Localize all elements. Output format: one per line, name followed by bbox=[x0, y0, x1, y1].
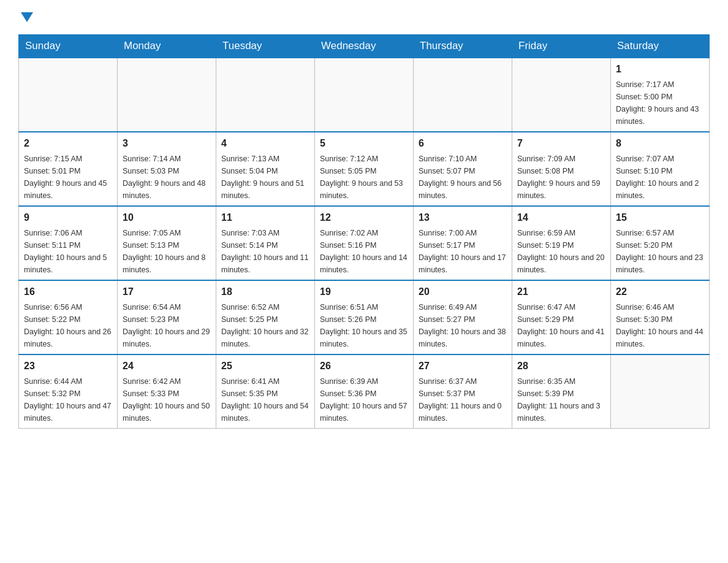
day-number: 3 bbox=[123, 136, 211, 151]
day-info: Sunrise: 7:05 AMSunset: 5:13 PMDaylight:… bbox=[123, 227, 211, 276]
day-number: 27 bbox=[419, 359, 507, 373]
calendar-cell: 24Sunrise: 6:42 AMSunset: 5:33 PMDayligh… bbox=[118, 354, 216, 429]
calendar-cell: 4Sunrise: 7:13 AMSunset: 5:04 PMDaylight… bbox=[216, 132, 315, 206]
day-number: 21 bbox=[517, 285, 605, 299]
calendar-cell bbox=[414, 58, 512, 132]
day-number: 2 bbox=[24, 136, 112, 151]
calendar-cell: 28Sunrise: 6:35 AMSunset: 5:39 PMDayligh… bbox=[512, 354, 611, 429]
calendar-header-monday: Monday bbox=[118, 35, 216, 58]
day-info: Sunrise: 6:52 AMSunset: 5:25 PMDaylight:… bbox=[221, 301, 309, 350]
calendar-cell: 16Sunrise: 6:56 AMSunset: 5:22 PMDayligh… bbox=[19, 280, 118, 354]
day-info: Sunrise: 6:56 AMSunset: 5:22 PMDaylight:… bbox=[24, 301, 112, 350]
calendar-cell: 15Sunrise: 6:57 AMSunset: 5:20 PMDayligh… bbox=[611, 206, 710, 280]
day-info: Sunrise: 6:37 AMSunset: 5:37 PMDaylight:… bbox=[419, 375, 507, 424]
day-number: 25 bbox=[221, 359, 309, 373]
day-info: Sunrise: 7:10 AMSunset: 5:07 PMDaylight:… bbox=[419, 153, 507, 202]
calendar-week-row: 2Sunrise: 7:15 AMSunset: 5:01 PMDaylight… bbox=[19, 132, 710, 206]
day-info: Sunrise: 7:09 AMSunset: 5:08 PMDaylight:… bbox=[517, 153, 605, 202]
day-number: 7 bbox=[517, 136, 605, 151]
calendar-cell: 21Sunrise: 6:47 AMSunset: 5:29 PMDayligh… bbox=[512, 280, 611, 354]
day-info: Sunrise: 6:57 AMSunset: 5:20 PMDaylight:… bbox=[616, 227, 704, 276]
calendar-cell bbox=[512, 58, 611, 132]
day-number: 13 bbox=[419, 210, 507, 225]
calendar-header-friday: Friday bbox=[512, 35, 611, 58]
day-info: Sunrise: 6:49 AMSunset: 5:27 PMDaylight:… bbox=[419, 301, 507, 350]
day-info: Sunrise: 7:00 AMSunset: 5:17 PMDaylight:… bbox=[419, 227, 507, 276]
calendar-cell: 8Sunrise: 7:07 AMSunset: 5:10 PMDaylight… bbox=[611, 132, 710, 206]
day-info: Sunrise: 7:13 AMSunset: 5:04 PMDaylight:… bbox=[221, 153, 309, 202]
page-header bbox=[18, 12, 710, 23]
calendar-cell bbox=[216, 58, 315, 132]
day-info: Sunrise: 6:35 AMSunset: 5:39 PMDaylight:… bbox=[517, 375, 605, 424]
calendar-cell: 27Sunrise: 6:37 AMSunset: 5:37 PMDayligh… bbox=[414, 354, 512, 429]
calendar-cell: 18Sunrise: 6:52 AMSunset: 5:25 PMDayligh… bbox=[216, 280, 315, 354]
calendar-cell: 1Sunrise: 7:17 AMSunset: 5:00 PMDaylight… bbox=[611, 58, 710, 132]
logo-arrow-icon bbox=[21, 12, 33, 22]
day-number: 9 bbox=[24, 210, 112, 225]
day-number: 14 bbox=[517, 210, 605, 225]
day-number: 10 bbox=[123, 210, 211, 225]
calendar-cell: 19Sunrise: 6:51 AMSunset: 5:26 PMDayligh… bbox=[315, 280, 414, 354]
calendar-cell: 25Sunrise: 6:41 AMSunset: 5:35 PMDayligh… bbox=[216, 354, 315, 429]
day-number: 4 bbox=[221, 136, 309, 151]
day-number: 17 bbox=[123, 285, 211, 299]
calendar-cell bbox=[118, 58, 216, 132]
calendar-header-row: SundayMondayTuesdayWednesdayThursdayFrid… bbox=[19, 35, 710, 58]
calendar-cell: 17Sunrise: 6:54 AMSunset: 5:23 PMDayligh… bbox=[118, 280, 216, 354]
calendar-cell: 3Sunrise: 7:14 AMSunset: 5:03 PMDaylight… bbox=[118, 132, 216, 206]
calendar-cell: 10Sunrise: 7:05 AMSunset: 5:13 PMDayligh… bbox=[118, 206, 216, 280]
day-info: Sunrise: 7:03 AMSunset: 5:14 PMDaylight:… bbox=[221, 227, 309, 276]
calendar-week-row: 1Sunrise: 7:17 AMSunset: 5:00 PMDaylight… bbox=[19, 58, 710, 132]
calendar-cell: 2Sunrise: 7:15 AMSunset: 5:01 PMDaylight… bbox=[19, 132, 118, 206]
day-number: 18 bbox=[221, 285, 309, 299]
day-number: 23 bbox=[24, 359, 112, 373]
day-info: Sunrise: 6:46 AMSunset: 5:30 PMDaylight:… bbox=[616, 301, 704, 350]
day-number: 6 bbox=[419, 136, 507, 151]
calendar-cell: 6Sunrise: 7:10 AMSunset: 5:07 PMDaylight… bbox=[414, 132, 512, 206]
calendar-header-thursday: Thursday bbox=[414, 35, 512, 58]
day-info: Sunrise: 7:17 AMSunset: 5:00 PMDaylight:… bbox=[616, 79, 704, 128]
calendar-week-row: 16Sunrise: 6:56 AMSunset: 5:22 PMDayligh… bbox=[19, 280, 710, 354]
calendar-cell: 22Sunrise: 6:46 AMSunset: 5:30 PMDayligh… bbox=[611, 280, 710, 354]
calendar-header-saturday: Saturday bbox=[611, 35, 710, 58]
calendar-cell: 20Sunrise: 6:49 AMSunset: 5:27 PMDayligh… bbox=[414, 280, 512, 354]
calendar-cell: 26Sunrise: 6:39 AMSunset: 5:36 PMDayligh… bbox=[315, 354, 414, 429]
day-number: 1 bbox=[616, 62, 704, 77]
day-number: 24 bbox=[123, 359, 211, 373]
day-number: 20 bbox=[419, 285, 507, 299]
day-number: 5 bbox=[320, 136, 408, 151]
day-number: 8 bbox=[616, 136, 704, 151]
day-number: 15 bbox=[616, 210, 704, 225]
day-number: 11 bbox=[221, 210, 309, 225]
logo-general bbox=[18, 12, 33, 23]
calendar-header-tuesday: Tuesday bbox=[216, 35, 315, 58]
day-number: 12 bbox=[320, 210, 408, 225]
day-number: 28 bbox=[517, 359, 605, 373]
day-number: 16 bbox=[24, 285, 112, 299]
day-info: Sunrise: 6:39 AMSunset: 5:36 PMDaylight:… bbox=[320, 375, 408, 424]
calendar-cell bbox=[315, 58, 414, 132]
calendar-cell: 5Sunrise: 7:12 AMSunset: 5:05 PMDaylight… bbox=[315, 132, 414, 206]
day-info: Sunrise: 6:42 AMSunset: 5:33 PMDaylight:… bbox=[123, 375, 211, 424]
day-info: Sunrise: 7:15 AMSunset: 5:01 PMDaylight:… bbox=[24, 153, 112, 202]
calendar-cell: 23Sunrise: 6:44 AMSunset: 5:32 PMDayligh… bbox=[19, 354, 118, 429]
day-info: Sunrise: 6:59 AMSunset: 5:19 PMDaylight:… bbox=[517, 227, 605, 276]
day-info: Sunrise: 6:41 AMSunset: 5:35 PMDaylight:… bbox=[221, 375, 309, 424]
day-info: Sunrise: 6:51 AMSunset: 5:26 PMDaylight:… bbox=[320, 301, 408, 350]
calendar-cell: 12Sunrise: 7:02 AMSunset: 5:16 PMDayligh… bbox=[315, 206, 414, 280]
logo bbox=[18, 12, 33, 23]
calendar-header-wednesday: Wednesday bbox=[315, 35, 414, 58]
calendar-cell bbox=[611, 354, 710, 429]
calendar-cell: 9Sunrise: 7:06 AMSunset: 5:11 PMDaylight… bbox=[19, 206, 118, 280]
day-number: 26 bbox=[320, 359, 408, 373]
day-info: Sunrise: 7:02 AMSunset: 5:16 PMDaylight:… bbox=[320, 227, 408, 276]
calendar-header-sunday: Sunday bbox=[19, 35, 118, 58]
day-info: Sunrise: 6:54 AMSunset: 5:23 PMDaylight:… bbox=[123, 301, 211, 350]
calendar-cell bbox=[19, 58, 118, 132]
day-info: Sunrise: 7:12 AMSunset: 5:05 PMDaylight:… bbox=[320, 153, 408, 202]
day-info: Sunrise: 6:44 AMSunset: 5:32 PMDaylight:… bbox=[24, 375, 112, 424]
calendar-cell: 7Sunrise: 7:09 AMSunset: 5:08 PMDaylight… bbox=[512, 132, 611, 206]
day-info: Sunrise: 7:14 AMSunset: 5:03 PMDaylight:… bbox=[123, 153, 211, 202]
calendar-table: SundayMondayTuesdayWednesdayThursdayFrid… bbox=[18, 34, 710, 429]
calendar-week-row: 9Sunrise: 7:06 AMSunset: 5:11 PMDaylight… bbox=[19, 206, 710, 280]
